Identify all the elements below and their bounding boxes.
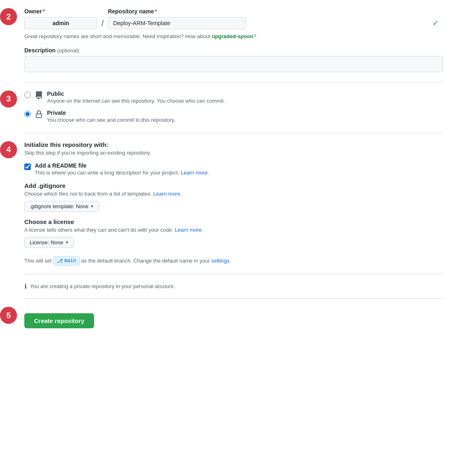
default-branch-info: This will set ⎇ main as the default bran… <box>24 256 443 266</box>
private-label: Private <box>47 110 66 116</box>
private-radio[interactable] <box>24 111 31 117</box>
step-5-badge: 5 <box>0 307 17 324</box>
private-description: You choose who can see and commit to thi… <box>47 117 176 123</box>
gitignore-dropdown-arrow: ▼ <box>90 204 94 209</box>
repo-private-icon <box>35 110 43 121</box>
branch-badge: ⎇ main <box>53 256 80 266</box>
repo-name-input[interactable] <box>108 17 246 29</box>
gitignore-description: Choose which files not to track from a l… <box>24 191 443 197</box>
divider-4 <box>24 298 443 299</box>
step-2-badge: 2 <box>0 8 17 25</box>
divider-1 <box>24 82 443 82</box>
slash-divider: / <box>97 18 108 29</box>
divider-2 <box>24 133 443 133</box>
public-description: Anyone on the internet can see this repo… <box>47 98 225 104</box>
info-icon: ℹ <box>24 282 27 290</box>
readme-option: Add a README file This is where you can … <box>24 162 443 176</box>
readme-checkbox[interactable] <box>24 164 31 170</box>
settings-link[interactable]: settings <box>211 258 229 264</box>
readme-description: This is where you can write a long descr… <box>35 170 209 176</box>
repo-name-label: Repository name* <box>108 8 443 15</box>
step-4-badge: 4 <box>0 141 17 158</box>
owner-label: Owner* <box>24 8 97 15</box>
description-label: Description (optional) <box>24 47 443 54</box>
repo-name-hint: Great repository names are short and mem… <box>24 32 443 41</box>
check-valid-icon: ✓ <box>433 19 439 28</box>
public-option: Public Anyone on the internet can see th… <box>24 90 443 104</box>
license-title: Choose a license <box>24 218 443 225</box>
public-radio[interactable] <box>24 92 31 98</box>
readme-learn-more-link[interactable]: Learn more. <box>181 170 209 176</box>
repo-public-icon <box>35 91 43 101</box>
gitignore-dropdown[interactable]: .gitignore template: None ▼ <box>24 201 99 212</box>
suggestion-link[interactable]: upgraded-spoon <box>212 33 253 39</box>
owner-input[interactable] <box>24 17 97 29</box>
init-subtitle: Skip this step if you're importing an ex… <box>24 150 443 156</box>
create-repository-button[interactable]: Create repository <box>24 313 94 328</box>
gitignore-title: Add .gitignore <box>24 182 443 189</box>
gitignore-learn-more-link[interactable]: Learn more. <box>153 191 182 197</box>
license-learn-more-link[interactable]: Learn more. <box>175 227 203 233</box>
init-title: Initialize this repository with: <box>24 141 443 148</box>
license-dropdown[interactable]: License: None ▼ <box>24 237 74 248</box>
divider-3 <box>24 274 443 274</box>
description-input[interactable] <box>24 56 443 72</box>
step-3-badge: 3 <box>0 90 17 108</box>
license-description: A license tells others what they can and… <box>24 227 443 233</box>
public-label: Public <box>47 90 64 97</box>
readme-label: Add a README file <box>35 162 87 169</box>
private-account-note: ℹ You are creating a private repository … <box>24 282 443 290</box>
branch-icon: ⎇ <box>57 257 63 265</box>
license-dropdown-arrow: ▼ <box>65 240 69 245</box>
private-option: Private You choose who can see and commi… <box>24 110 443 123</box>
